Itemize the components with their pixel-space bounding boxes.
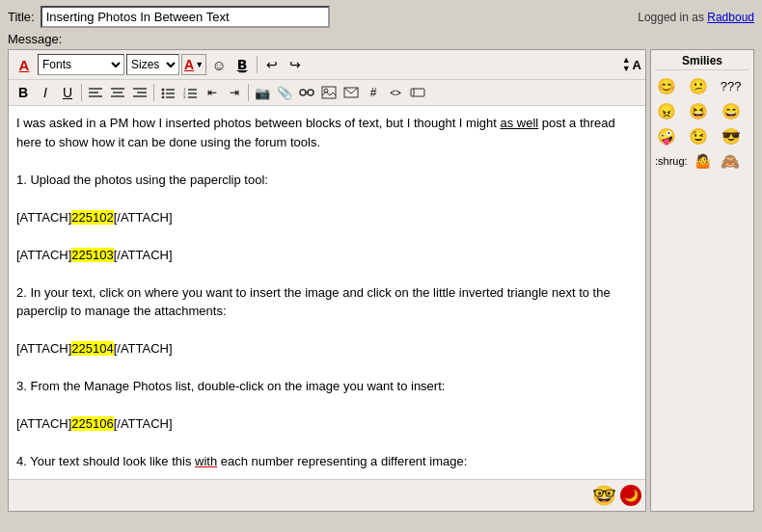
align-right-button[interactable] — [129, 82, 150, 103]
shrug-label: :shrug: — [655, 155, 688, 167]
list-ordered-button[interactable]: 1. 2. 3. — [179, 82, 201, 103]
attach3-line: [ATTACH]225104[/ATTACH] — [16, 339, 638, 359]
smiley-laugh[interactable]: 😆 — [687, 99, 710, 122]
title-input[interactable] — [41, 6, 330, 28]
bottom-smiley-button[interactable]: 🤓 — [592, 484, 616, 507]
login-user-link[interactable]: Radboud — [707, 11, 754, 24]
shrug-row: :shrug: 🤷 🙈 — [655, 149, 749, 173]
underline-button[interactable]: U — [57, 82, 78, 103]
smiley-smile[interactable]: 😊 — [655, 74, 678, 97]
bold-format-button[interactable]: B̲ — [231, 54, 253, 75]
sep2 — [81, 84, 82, 101]
sep4 — [248, 84, 249, 101]
page-wrapper: Title: Logged in as Radboud Message: A F… — [0, 0, 762, 518]
step1: 1. Upload the photos using the paperclip… — [16, 171, 638, 190]
font-select[interactable]: Fonts Arial Times New Roman Courier New — [38, 54, 124, 75]
bottom-red-icon-button[interactable]: 🌙 — [620, 485, 641, 506]
sep1 — [257, 56, 258, 73]
bold-button[interactable]: B — [13, 82, 34, 103]
editor-main: A Fonts Arial Times New Roman Courier Ne… — [8, 49, 646, 512]
content-area[interactable]: I was asked in a PM how I inserted photo… — [9, 106, 645, 479]
smiley-picker-button[interactable]: ☺ — [208, 54, 230, 75]
attach2-line: [ATTACH]225103[/ATTACH] — [16, 246, 638, 265]
smiley-question[interactable]: ??? — [720, 74, 743, 97]
top-bar: Title: Logged in as Radboud — [8, 6, 754, 28]
attach1-line: [ATTACH]225102[/ATTACH] — [16, 208, 638, 227]
svg-point-11 — [162, 93, 165, 95]
attach1-num: 225102 — [71, 210, 113, 225]
message-label: Message: — [8, 32, 754, 46]
attach2-num: 225103 — [71, 248, 113, 262]
svg-text:3.: 3. — [183, 94, 186, 98]
scroll-down-arrow[interactable]: ▼ — [622, 65, 631, 73]
svg-rect-27 — [411, 89, 424, 96]
attach3-pre: [ATTACH] — [16, 341, 71, 356]
smiley-shrug[interactable]: 🤷 — [692, 149, 715, 173]
step2: 2. In your text, click on where you want… — [16, 283, 638, 321]
color-dropdown-arrow: ▼ — [195, 60, 204, 69]
camera-icon-button[interactable]: 📷 — [252, 82, 273, 103]
hash-button[interactable]: # — [363, 82, 384, 103]
content-text: I was asked in a PM how I inserted photo… — [16, 114, 638, 471]
scroll-arrows: ▲ ▼ — [622, 56, 631, 73]
smilies-grid: 😊 😕 ??? 😠 😆 😄 🤪 😉 😎 — [655, 74, 749, 147]
title-label: Title: — [8, 10, 35, 24]
smiley-grin[interactable]: 😄 — [720, 99, 743, 122]
redo-button[interactable]: ↪ — [285, 54, 306, 75]
svg-rect-24 — [322, 87, 336, 98]
align-left-button[interactable] — [85, 82, 106, 103]
smilies-title: Smilies — [655, 54, 749, 70]
undo-button[interactable]: ↩ — [261, 54, 283, 75]
indent-button[interactable]: ⇥ — [224, 82, 245, 103]
attach4-line: [ATTACH]225106[/ATTACH] — [16, 414, 638, 434]
mail-icon-button[interactable] — [340, 82, 362, 103]
paperclip-icon-button[interactable]: 📎 — [274, 82, 295, 103]
smiley-crazy[interactable]: 🤪 — [655, 124, 678, 147]
paragraph1: I was asked in a PM how I inserted photo… — [16, 114, 638, 151]
step4: 4. Your text should look like this with … — [16, 452, 638, 471]
italic-button[interactable]: I — [35, 82, 56, 103]
link-icon-button[interactable] — [296, 82, 317, 103]
attach4-num: 225106 — [71, 416, 113, 431]
toolbar-row2: B I U — [9, 80, 645, 106]
font-size-indicator[interactable]: A — [633, 58, 641, 72]
editor-bottom: 🤓 🌙 — [9, 479, 645, 511]
list-unordered-button[interactable] — [157, 82, 178, 103]
attach4-post: [/ATTACH] — [114, 416, 173, 431]
color-a-label: A — [184, 57, 194, 72]
login-info: Logged in as Radboud — [638, 11, 754, 24]
attach4-pre: [ATTACH] — [16, 416, 71, 431]
step3: 3. From the Manage Photos list, double-c… — [16, 377, 638, 396]
attach1-post: [/ATTACH] — [114, 210, 173, 225]
svg-point-13 — [162, 96, 165, 99]
with-link: with — [195, 454, 217, 468]
as-well-link: as well — [501, 116, 539, 130]
font-color-button[interactable]: A ▼ — [181, 54, 206, 75]
attach2-post: [/ATTACH] — [114, 248, 173, 262]
smiley-angry[interactable]: 😠 — [655, 99, 678, 122]
title-section: Title: — [8, 6, 330, 28]
size-select[interactable]: Sizes 1 2 3 — [126, 54, 179, 75]
attach3-post: [/ATTACH] — [114, 341, 173, 356]
smiley-wink[interactable]: 😉 — [687, 124, 710, 147]
attach2-pre: [ATTACH] — [16, 248, 71, 262]
align-center-button[interactable] — [107, 82, 128, 103]
smiley-extra[interactable]: 🙈 — [719, 149, 742, 173]
svg-point-9 — [162, 89, 165, 92]
attach3-num: 225104 — [71, 341, 113, 356]
misc-button[interactable] — [407, 82, 428, 103]
smiley-cool[interactable]: 😎 — [720, 124, 743, 147]
font-style-icon-button[interactable]: A — [13, 53, 36, 76]
outdent-button[interactable]: ⇤ — [202, 82, 223, 103]
image-icon-button[interactable] — [318, 82, 340, 103]
sep3 — [153, 84, 154, 101]
editor-area: A Fonts Arial Times New Roman Courier Ne… — [8, 49, 754, 512]
code-button[interactable]: <> — [385, 82, 406, 103]
attach1-pre: [ATTACH] — [16, 210, 71, 225]
smiley-confused[interactable]: 😕 — [687, 74, 710, 97]
smilies-panel: Smilies 😊 😕 ??? 😠 😆 😄 🤪 😉 😎 :shrug: 🤷 🙈 — [650, 49, 754, 512]
toolbar-row1: A Fonts Arial Times New Roman Courier Ne… — [9, 50, 645, 80]
